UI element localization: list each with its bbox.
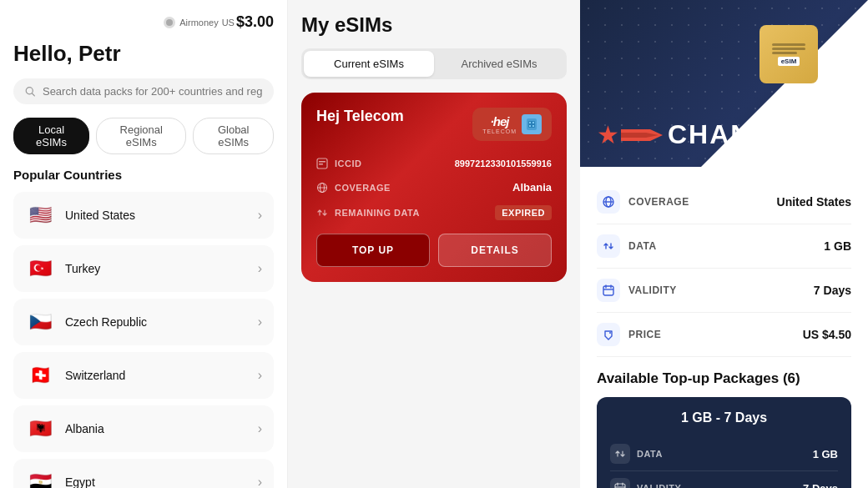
globe-detail-icon bbox=[597, 190, 620, 214]
chevron-right-icon: › bbox=[258, 314, 262, 330]
search-icon bbox=[25, 86, 36, 98]
price-detail-row: PRICE US $4.50 bbox=[597, 313, 851, 357]
esim-card-header: Hej Telecom ·hej TELECOM bbox=[316, 108, 552, 141]
chevron-right-icon: › bbox=[258, 368, 262, 383]
airmoney-brand: Airmoney bbox=[179, 18, 218, 28]
country-name: Albania bbox=[65, 422, 104, 435]
esim-detail-content: COVERAGE United States DATA 1 GB VALIDIT… bbox=[580, 167, 868, 488]
list-item[interactable]: 🇦🇱 Albania › bbox=[13, 405, 274, 452]
left-panel: Airmoney US $3.00 Hello, Petr Local eSIM… bbox=[0, 0, 288, 488]
arrow-stripe-icon bbox=[621, 123, 663, 148]
flag-ch: 🇨🇭 bbox=[25, 360, 55, 390]
svg-rect-19 bbox=[603, 286, 613, 295]
svg-rect-12 bbox=[319, 164, 323, 165]
esim-header-banner: ★ CHANGE eSIM bbox=[580, 0, 868, 167]
expired-badge: EXPIRED bbox=[495, 205, 552, 220]
svg-rect-11 bbox=[319, 161, 326, 163]
list-item[interactable]: 🇪🇬 Egypt › bbox=[13, 459, 274, 488]
svg-point-23 bbox=[609, 332, 611, 334]
country-name: Czech Republic bbox=[65, 315, 147, 329]
airmoney-logo: Airmoney bbox=[164, 17, 221, 28]
svg-point-1 bbox=[166, 19, 173, 26]
list-item[interactable]: 🇺🇸 United States › bbox=[13, 192, 274, 239]
country-name: Turkey bbox=[65, 262, 100, 275]
coverage-value: Albania bbox=[512, 181, 552, 194]
data-detail-icon bbox=[597, 234, 620, 258]
tab-global-esims[interactable]: Global eSIMs bbox=[193, 118, 274, 154]
list-item[interactable]: 🇨🇭 Switzerland › bbox=[13, 352, 274, 399]
right-panel: ★ CHANGE eSIM bbox=[580, 0, 868, 488]
iccid-icon bbox=[316, 158, 328, 169]
svg-rect-9 bbox=[532, 125, 534, 127]
change-brand: ★ CHANGE bbox=[597, 119, 794, 150]
topup-section-title: Available Top-up Packages (6) bbox=[597, 370, 851, 387]
esim-chip-label: eSIM bbox=[778, 57, 800, 66]
country-list: 🇺🇸 United States › 🇹🇷 Turkey › 🇨🇿 Czech … bbox=[13, 192, 274, 488]
country-name: Egypt bbox=[65, 475, 95, 488]
change-logo-text: CHANGE bbox=[668, 119, 794, 150]
esim-filter-tabs: Current eSIMs Archived eSIMs bbox=[301, 48, 567, 79]
calendar-detail-icon bbox=[597, 279, 620, 302]
svg-rect-7 bbox=[532, 122, 534, 123]
topup-validity-row: VALIDITY 7 Days bbox=[610, 471, 838, 488]
svg-line-3 bbox=[33, 93, 35, 96]
tab-archived-esims[interactable]: Archived eSIMs bbox=[434, 51, 564, 77]
esim-chip: eSIM bbox=[760, 25, 818, 83]
validity-detail-value: 7 Days bbox=[814, 284, 851, 297]
price-value: $3.00 bbox=[236, 13, 274, 31]
country-name: Switzerland bbox=[65, 369, 125, 382]
price-detail-value: US $4.50 bbox=[803, 328, 851, 341]
tab-regional-esims[interactable]: Regional eSIMs bbox=[96, 118, 186, 154]
sim-chip-icon bbox=[522, 114, 542, 134]
topup-data-row: DATA 1 GB bbox=[610, 437, 838, 471]
search-input[interactable] bbox=[43, 85, 262, 98]
topup-card-title: 1 GB - 7 Days bbox=[610, 410, 838, 425]
search-bar[interactable] bbox=[13, 78, 274, 104]
remaining-data-row: REMAINING DATA EXPIRED bbox=[316, 205, 552, 220]
data-detail-row: DATA 1 GB bbox=[597, 224, 851, 269]
topup-card: 1 GB - 7 Days DATA 1 GB VALIDITY 7 bbox=[597, 397, 851, 488]
globe-icon bbox=[316, 182, 328, 194]
airmoney-icon bbox=[164, 17, 175, 28]
price-bar: Airmoney US $3.00 bbox=[13, 13, 274, 31]
country-name: United States bbox=[65, 209, 135, 222]
details-button[interactable]: DETAILS bbox=[438, 234, 552, 267]
coverage-detail-row: COVERAGE United States bbox=[597, 180, 851, 224]
iccid-row: ICCID 8997212330101559916 bbox=[316, 158, 552, 169]
esim-type-tabs: Local eSIMs Regional eSIMs Global eSIMs bbox=[13, 118, 274, 154]
chevron-right-icon: › bbox=[258, 475, 262, 488]
flag-us: 🇺🇸 bbox=[25, 200, 55, 230]
hej-sub: TELECOM bbox=[482, 128, 517, 134]
hej-logo: ·hej bbox=[491, 114, 509, 128]
esim-card: Hej Telecom ·hej TELECOM ICCID 899721233… bbox=[301, 93, 567, 282]
esim-actions: TOP UP DETAILS bbox=[316, 234, 552, 267]
greeting: Hello, Petr bbox=[13, 41, 274, 67]
coverage-row: COVERAGE Albania bbox=[316, 181, 552, 194]
star-icon: ★ bbox=[597, 120, 619, 149]
tab-local-esims[interactable]: Local eSIMs bbox=[13, 118, 89, 154]
svg-rect-8 bbox=[529, 125, 531, 127]
topup-data-value: 1 GB bbox=[813, 448, 838, 460]
flag-cz: 🇨🇿 bbox=[25, 307, 55, 337]
flag-eg: 🇪🇬 bbox=[25, 467, 55, 488]
topup-data-icon bbox=[610, 444, 630, 464]
price-currency: US bbox=[222, 18, 235, 28]
iccid-value: 8997212330101559916 bbox=[455, 158, 552, 169]
chevron-right-icon: › bbox=[258, 261, 262, 276]
coverage-detail-value: United States bbox=[777, 195, 851, 209]
chevron-right-icon: › bbox=[258, 421, 262, 436]
top-up-button[interactable]: TOP UP bbox=[316, 234, 430, 267]
chevron-right-icon: › bbox=[258, 208, 262, 223]
flag-al: 🇦🇱 bbox=[25, 414, 55, 444]
tab-current-esims[interactable]: Current eSIMs bbox=[304, 51, 434, 77]
price-detail-icon bbox=[597, 323, 620, 346]
topup-validity-icon bbox=[610, 478, 630, 488]
popular-countries-title: Popular Countries bbox=[13, 168, 274, 182]
flag-tr: 🇹🇷 bbox=[25, 254, 55, 284]
data-detail-value: 1 GB bbox=[824, 239, 851, 253]
list-item[interactable]: 🇨🇿 Czech Republic › bbox=[13, 299, 274, 345]
esim-card-logo: ·hej TELECOM bbox=[472, 108, 552, 141]
my-esims-title: My eSIMs bbox=[301, 13, 567, 37]
list-item[interactable]: 🇹🇷 Turkey › bbox=[13, 245, 274, 292]
svg-rect-6 bbox=[529, 122, 531, 123]
